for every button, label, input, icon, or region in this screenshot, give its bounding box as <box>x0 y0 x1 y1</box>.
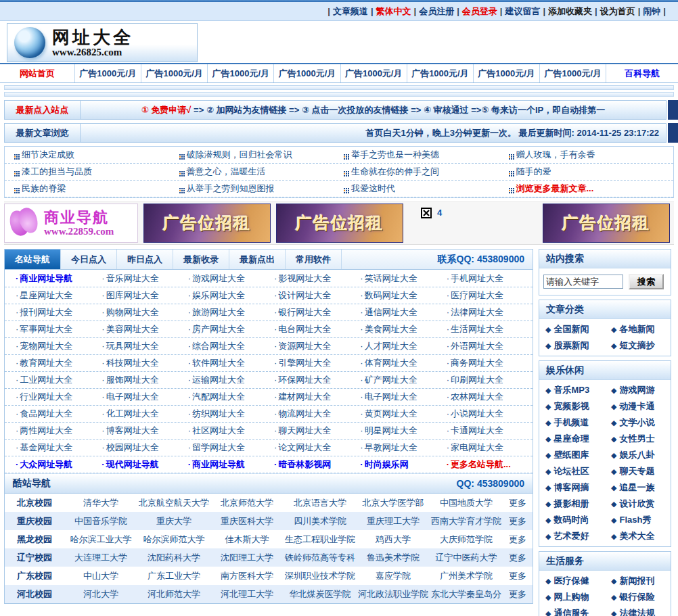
school-more-link[interactable]: 更多 <box>503 512 533 530</box>
school-link[interactable]: 清华大学 <box>64 494 137 512</box>
sidebar-link[interactable]: ◆博客网摘 <box>539 479 605 496</box>
site-link[interactable]: ·教育网址大全 <box>16 355 101 371</box>
sidebar-link[interactable]: ◆文学小说 <box>605 414 671 431</box>
nav-item-6[interactable]: 广告1000元/月 <box>407 64 474 82</box>
sidebar-link[interactable]: ◆设计欣赏 <box>605 496 671 512</box>
site-link[interactable]: ·聊天网址大全 <box>274 423 360 439</box>
site-link[interactable]: ·银行网址大全 <box>274 304 360 321</box>
site-link[interactable]: ·影视网址大全 <box>274 270 360 287</box>
school-link[interactable]: 河北大学 <box>64 585 137 603</box>
article-link[interactable]: 赠人玫瑰，手有余香 <box>509 147 674 163</box>
school-more-link[interactable]: 更多 <box>503 530 533 548</box>
school-link[interactable]: 北京语言大学 <box>284 494 357 512</box>
top-link-文章频道[interactable]: 文章频道 <box>333 6 368 16</box>
sidebar-link[interactable]: ◆聊天专题 <box>605 463 671 479</box>
site-link[interactable]: ·资源网址大全 <box>274 338 360 354</box>
sidebar-link[interactable]: ◆银行保险 <box>605 589 671 605</box>
site-link[interactable]: ·商务网址大全 <box>447 355 533 371</box>
school-link[interactable]: 中山大学 <box>64 567 137 585</box>
tab-最新收录[interactable]: 最新收录 <box>173 250 229 269</box>
site-link[interactable]: ·笑话网址大全 <box>360 270 446 287</box>
sidebar-link[interactable]: ◆壁纸图库 <box>539 447 605 463</box>
school-link[interactable]: 沈阳理工大学 <box>210 548 284 567</box>
school-link[interactable]: 北京大学医学部 <box>357 494 430 512</box>
tab-名站导航[interactable]: 名站导航 <box>5 250 61 269</box>
sidebar-link[interactable]: ◆股票新闻 <box>539 337 605 354</box>
site-link[interactable]: ·美食网址大全 <box>360 321 446 337</box>
site-link[interactable]: ·娱乐网址大全 <box>188 287 274 304</box>
school-link[interactable]: 河北理工大学 <box>210 585 284 603</box>
ad-banner-3[interactable]: 广告位招租 <box>543 204 670 243</box>
site-link[interactable]: ·医疗网址大全 <box>447 287 533 304</box>
nav-item-2[interactable]: 广告1000元/月 <box>141 64 208 82</box>
site-link[interactable]: ·外语网址大全 <box>447 338 533 354</box>
sidebar-link[interactable]: ◆动漫卡通 <box>605 398 671 414</box>
broken-ad-count[interactable]: 4 <box>437 208 442 218</box>
article-link[interactable]: 我爱这时代 <box>344 181 509 197</box>
top-link-会员注册[interactable]: 会员注册 <box>419 6 454 16</box>
site-link[interactable]: ·美容网址大全 <box>101 321 187 337</box>
site-link[interactable]: ·法律网址大全 <box>447 304 533 321</box>
nav-item-0[interactable]: 网站首页 <box>0 64 75 82</box>
top-link-闹钟[interactable]: 闹钟 <box>643 6 660 16</box>
site-link[interactable]: ·电台网址大全 <box>274 321 360 337</box>
sidebar-link[interactable]: ◆追星一族 <box>605 479 671 496</box>
school-link[interactable]: 四川美术学院 <box>284 512 357 530</box>
site-link[interactable]: ·报刊网址大全 <box>16 304 101 321</box>
site-link[interactable]: ·食品网址大全 <box>16 406 101 422</box>
top-link-繁体中文[interactable]: 繁体中文 <box>376 6 411 16</box>
sidebar-link[interactable]: ◆娱乐八卦 <box>605 447 671 463</box>
site-link[interactable]: ·印刷网址大全 <box>447 372 533 388</box>
school-link[interactable]: 大连理工大学 <box>64 548 137 567</box>
site-link[interactable]: ·音乐网址大全 <box>101 270 187 287</box>
site-link[interactable]: ·暗香林影视网 <box>274 456 360 473</box>
site-link[interactable]: ·玩具网址大全 <box>101 338 187 354</box>
school-link[interactable]: 河北政法职业学院 <box>357 585 430 603</box>
school-more-link[interactable]: 更多 <box>503 585 533 603</box>
article-link[interactable]: 善意之心，温暖生活 <box>179 164 344 180</box>
school-link[interactable]: 深圳职业技术学院 <box>284 567 357 585</box>
sidebar-link[interactable]: ◆网上购物 <box>539 589 605 605</box>
school-link[interactable]: 鲁迅美术学院 <box>357 548 430 567</box>
school-more-link[interactable]: 更多 <box>503 548 533 567</box>
sidebar-link[interactable]: ◆法律法规 <box>605 605 671 616</box>
site-link[interactable]: ·卡通网址大全 <box>447 423 533 439</box>
school-link[interactable]: 大庆师范学院 <box>430 530 503 548</box>
school-link[interactable]: 鸡西大学 <box>357 530 430 548</box>
school-link[interactable]: 华北煤炭医学院 <box>284 585 357 603</box>
site-link[interactable]: ·基金网址大全 <box>16 440 101 456</box>
site-link[interactable]: ·通信网址大全 <box>360 304 446 321</box>
school-link[interactable]: 南方医科大学 <box>210 567 284 585</box>
site-link[interactable]: ·引擎网址大全 <box>274 355 360 371</box>
school-link[interactable]: 中国地质大学 <box>430 494 503 512</box>
site-link[interactable]: ·大众网址导航 <box>16 456 101 473</box>
tab-昨日点入[interactable]: 昨日点入 <box>117 250 173 269</box>
school-link[interactable]: 广州美术学院 <box>430 567 503 585</box>
site-link[interactable]: ·物流网址大全 <box>274 406 360 422</box>
article-link[interactable]: 民族的脊梁 <box>14 181 179 197</box>
site-link[interactable]: ·论文网址大全 <box>274 440 360 456</box>
sidebar-link[interactable]: ◆短文摘抄 <box>605 337 671 354</box>
site-link[interactable]: ·房产网址大全 <box>188 321 274 337</box>
site-link[interactable]: ·运输网址大全 <box>188 372 274 388</box>
site-link[interactable]: ·军事网址大全 <box>16 321 101 337</box>
article-link[interactable]: 随手的爱 <box>509 164 674 180</box>
site-link[interactable]: ·手机网址大全 <box>447 270 533 287</box>
nav-item-4[interactable]: 广告1000元/月 <box>274 64 340 82</box>
site-link[interactable]: ·明星网址大全 <box>360 423 446 439</box>
site-link[interactable]: ·博客网址大全 <box>101 423 187 439</box>
sidebar-link[interactable]: ◆各地新闻 <box>605 321 671 337</box>
sidebar-link[interactable]: ◆手机频道 <box>539 414 605 431</box>
ad-banner-1[interactable]: 广告位招租 <box>143 204 271 243</box>
school-link[interactable]: 河北师范大学 <box>137 585 210 603</box>
article-link[interactable]: 细节决定成败 <box>14 147 179 163</box>
article-link[interactable]: 从举手之劳到知恩图报 <box>179 181 344 197</box>
site-link[interactable]: ·电子网址大全 <box>101 389 187 405</box>
school-link[interactable]: 哈尔滨师范大学 <box>137 530 210 548</box>
ad-banner-2[interactable]: 广告位招租 <box>276 204 403 243</box>
sidebar-link[interactable]: ◆新闻报刊 <box>605 573 671 589</box>
sidebar-link[interactable]: ◆宽频影视 <box>539 398 605 414</box>
sidebar-link[interactable]: ◆女性男士 <box>605 431 671 447</box>
top-link-建议留言[interactable]: 建议留言 <box>505 6 540 16</box>
site-link[interactable]: ·时尚娱乐网 <box>360 456 446 473</box>
